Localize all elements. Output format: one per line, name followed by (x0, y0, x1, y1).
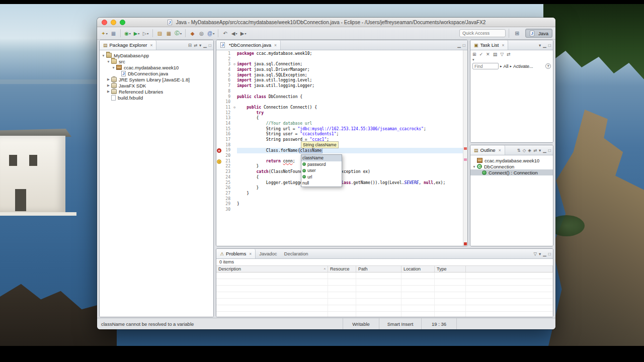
javadoc-icon[interactable]: @▾ (206, 29, 215, 38)
tree-item-dbconnection[interactable]: ▼CDbConnection (470, 163, 553, 169)
code-line[interactable]: 18 (216, 143, 463, 148)
collapse-arrow-icon[interactable]: ▼ (106, 60, 111, 63)
completion-item-url[interactable]: url (301, 174, 342, 180)
filter-icon[interactable]: ▽ (533, 251, 537, 256)
expand-arrow-icon[interactable]: ▶ (106, 83, 111, 87)
tree-item-connect-connection[interactable]: Connect() : Connection (470, 169, 553, 175)
activate-label[interactable]: Activate... (513, 64, 533, 69)
close-tab-icon[interactable]: × (499, 148, 501, 153)
fold-marker-icon[interactable]: ⊖ (232, 105, 237, 111)
tab-package-explorer[interactable]: ▤ Package Explorer × (100, 40, 156, 50)
run-icon[interactable]: ▶▾ (132, 29, 141, 38)
open-type-icon[interactable]: ◆ (188, 29, 197, 38)
view-menu-icon[interactable]: ▾ (199, 43, 201, 48)
save-icon[interactable]: ▦ (109, 29, 118, 38)
code-line[interactable]: 12 try (216, 111, 463, 116)
minimize-icon[interactable]: ▁ (203, 43, 207, 48)
forward-icon[interactable]: ▶▾ (239, 29, 248, 38)
close-tab-icon[interactable]: × (502, 43, 504, 48)
problems-row[interactable] (216, 305, 553, 312)
tree-item-dbconnection-java[interactable]: JDbConnection.java (100, 70, 213, 76)
code-line[interactable]: 1package ccac.mydatabase.week10; (216, 51, 463, 57)
close-tab-icon[interactable]: × (274, 43, 277, 48)
activate-arrow-icon[interactable]: ▸ (510, 64, 512, 68)
code-line[interactable]: 29} (216, 202, 463, 207)
maximize-icon[interactable]: □ (548, 251, 551, 256)
hide-fields-icon[interactable]: ◇ (523, 148, 526, 153)
new-java-project-icon[interactable]: ▨ (155, 29, 164, 38)
overview-ruler-marker[interactable] (464, 158, 467, 161)
sort-icon[interactable]: ⇅ (517, 148, 521, 153)
code-line[interactable]: 3⊖import java.sql.Connection; (216, 62, 463, 67)
close-tab-icon[interactable]: × (249, 251, 252, 256)
completion-item-null[interactable]: null (301, 180, 342, 187)
quickfix-marker-icon[interactable]: ! (217, 159, 221, 164)
code-line[interactable]: 17 String password = "ccac1"; (216, 137, 463, 143)
tab-task-list[interactable]: ▣ Task List × (470, 40, 508, 50)
view-menu-icon[interactable]: ▾ (539, 148, 541, 153)
code-line[interactable]: 14 //Your database url (216, 121, 463, 127)
scope-arrow-icon[interactable]: ▸ (500, 64, 502, 68)
code-line[interactable]: 15 String url = "jdbc:mysql://162.253.12… (216, 127, 463, 132)
tree-item-build-fxbuild[interactable]: build.fxbuild (100, 95, 213, 101)
scope-all-label[interactable]: All (504, 64, 509, 69)
java-perspective-button[interactable]: J Java (525, 29, 552, 38)
window-titlebar[interactable]: J Java - MyDatabaseApp/src/ccac/mydataba… (97, 18, 555, 27)
new-wizard-icon[interactable]: ✦▾ (100, 29, 109, 38)
close-window-button[interactable] (102, 20, 107, 25)
minimize-icon[interactable]: ▁ (543, 43, 546, 48)
collapse-all-icon[interactable]: ⊟ (188, 43, 192, 48)
code-line[interactable]: 16 String user = "ccacstudents1"; (216, 132, 463, 137)
tree-item-jre-system-library-javase-1-8[interactable]: ▶JRE System Library [JavaSE-1.8] (100, 76, 213, 82)
open-perspective-button[interactable]: ⊞ (512, 29, 522, 38)
view-menu-icon[interactable]: ▾ (539, 251, 541, 256)
quick-access-input[interactable] (459, 29, 506, 37)
problems-row[interactable] (216, 273, 553, 279)
maximize-icon[interactable]: □ (463, 43, 465, 48)
tab-problems[interactable]: ⚠Problems× (216, 249, 256, 258)
completion-item-password[interactable]: password (301, 161, 342, 168)
mark-complete-icon[interactable]: ✓ (479, 52, 484, 57)
new-class-icon[interactable]: Ⓒ▾ (174, 29, 183, 38)
problems-row[interactable] (216, 312, 553, 317)
minimize-icon[interactable]: ▁ (543, 251, 546, 256)
delete-task-icon[interactable]: ✕ (486, 52, 490, 57)
expand-arrow-icon[interactable]: ▶ (106, 89, 111, 94)
categorized-icon[interactable]: ▤ (493, 52, 498, 57)
link-with-editor-icon[interactable]: ⇄ (507, 52, 511, 57)
new-task-icon[interactable]: ⊞ (472, 52, 476, 57)
tab-declaration[interactable]: Declaration (281, 249, 312, 258)
problems-row[interactable] (216, 279, 553, 286)
link-with-editor-icon[interactable]: ⇄ (194, 43, 197, 48)
overview-ruler[interactable] (463, 50, 467, 246)
collapse-arrow-icon[interactable]: ▼ (472, 165, 476, 168)
collapse-arrow-icon[interactable]: ▼ (101, 54, 106, 57)
help-icon[interactable]: ? (545, 63, 551, 69)
minimize-icon[interactable]: ▁ (543, 148, 546, 153)
problems-row[interactable] (216, 286, 553, 292)
code-line[interactable]: 6import java.util.logging.Level; (216, 78, 463, 83)
tab-javadoc[interactable]: Javadoc (256, 249, 280, 258)
column-header-path[interactable]: Path (356, 266, 401, 272)
code-line[interactable]: 7import java.util.logging.Logger; (216, 83, 463, 89)
back-icon[interactable]: ◀▾ (230, 29, 238, 38)
maximize-icon[interactable]: □ (548, 148, 551, 153)
debug-icon[interactable]: ◉▾ (123, 29, 132, 38)
code-line[interactable]: 13 { (216, 116, 463, 121)
minimize-icon[interactable]: ▁ (457, 43, 461, 48)
completion-item-classname[interactable]: className (301, 155, 342, 161)
column-header-type[interactable]: Type (435, 266, 466, 272)
tree-item-referenced-libraries[interactable]: ▶Referenced Libraries (100, 88, 213, 95)
code-line[interactable]: ✕19 Class.forName(className (216, 148, 463, 153)
tree-item-mydatabaseapp[interactable]: ▼MyDatabaseApp (100, 52, 213, 58)
code-line[interactable]: 2 (216, 57, 463, 62)
external-tools-icon[interactable]: ▷▾ (141, 29, 150, 38)
close-tab-icon[interactable]: × (150, 43, 153, 48)
tree-item-javafx-sdk[interactable]: ▶JavaFX SDK (100, 82, 213, 88)
code-line[interactable]: 9public class DbConnection { (216, 95, 463, 100)
problems-row[interactable] (216, 299, 553, 305)
collapse-arrow-icon[interactable]: ▼ (111, 66, 116, 69)
code-line[interactable]: 10 (216, 100, 463, 105)
new-package-icon[interactable]: ▦ (165, 29, 173, 38)
tree-item-ccac-mydatabase-week10[interactable]: ccac.mydatabase.week10 (470, 157, 553, 163)
